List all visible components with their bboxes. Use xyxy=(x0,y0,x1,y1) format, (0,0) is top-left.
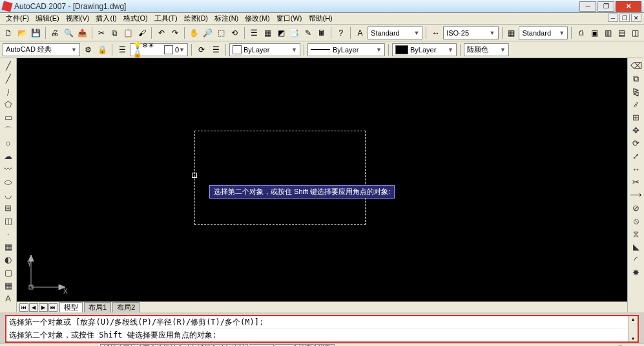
array-icon[interactable]: ⊞ xyxy=(630,111,643,124)
extend-icon[interactable]: ⟶ xyxy=(630,189,643,201)
tab-layout1[interactable]: 布局1 xyxy=(84,302,111,312)
match-button[interactable]: 🖌 xyxy=(136,27,148,39)
color-combo[interactable]: ByLayer▼ xyxy=(229,43,300,56)
tab-first-button[interactable]: ⏮ xyxy=(19,303,28,312)
ssm-button[interactable]: 📑 xyxy=(289,27,301,39)
drawing-canvas[interactable]: 选择第二个对象，或按住 Shift 键选择要应用角点的对象: Y X xyxy=(17,58,627,301)
mirror-icon[interactable]: ⧎ xyxy=(630,85,643,98)
tab-next-button[interactable]: ▶ xyxy=(39,303,48,312)
arc-icon[interactable]: ⌒ xyxy=(2,124,15,136)
copy-obj-icon[interactable]: ⧉ xyxy=(630,72,643,85)
layer-prev-button[interactable]: ⟳ xyxy=(195,43,208,56)
make-block-icon[interactable]: ◫ xyxy=(2,215,15,227)
table-icon[interactable]: ▦ xyxy=(2,279,15,292)
spline-icon[interactable]: 〰 xyxy=(2,163,15,175)
command-window[interactable]: 选择第一个对象或 [放弃(U)/多段线(P)/半径(R)/修剪(T)/多个(M)… xyxy=(5,315,639,343)
layer-states-button[interactable]: ☰ xyxy=(209,43,222,56)
move-icon[interactable]: ✥ xyxy=(630,124,643,136)
ws-settings-button[interactable]: ⚙ xyxy=(81,43,94,56)
menu-modify[interactable]: 修改(M) xyxy=(242,14,273,23)
cut-button[interactable]: ✂ xyxy=(96,27,108,39)
tab-model[interactable]: 模型 xyxy=(59,302,83,312)
scale-icon[interactable]: ⤢ xyxy=(630,150,643,162)
tray-menu-icon[interactable]: ▾ xyxy=(628,343,641,346)
tb-b5[interactable]: ◫ xyxy=(629,27,641,39)
copy-button[interactable]: ⧉ xyxy=(109,27,121,39)
rect-icon[interactable]: ▭ xyxy=(2,111,15,124)
child-close-button[interactable]: ✕ xyxy=(631,14,641,22)
child-minimize-button[interactable]: ─ xyxy=(608,14,618,22)
break-pt-icon[interactable]: ⊘ xyxy=(630,202,643,214)
new-button[interactable]: 🗋 xyxy=(3,27,15,39)
break-icon[interactable]: ⦸ xyxy=(630,215,643,227)
polygon-icon[interactable]: ⬠ xyxy=(2,98,15,111)
chamfer-icon[interactable]: ◣ xyxy=(630,241,643,253)
fillet-icon[interactable]: ◜ xyxy=(630,254,643,266)
line-icon[interactable]: ╱ xyxy=(2,59,15,72)
preview-button[interactable]: 🔍 xyxy=(63,27,75,39)
tab-prev-button[interactable]: ◀ xyxy=(29,303,38,312)
lineweight-combo[interactable]: ByLayer▼ xyxy=(392,43,457,56)
tray-lock-icon[interactable]: 🔒 xyxy=(614,343,627,346)
maximize-button[interactable]: ❐ xyxy=(597,1,614,12)
undo-button[interactable]: ↶ xyxy=(155,27,167,39)
help-button[interactable]: ? xyxy=(335,27,347,39)
workspace-combo[interactable]: AutoCAD 经典▼ xyxy=(3,43,80,56)
tb-b1[interactable]: ⎙ xyxy=(575,27,587,39)
tb-b2[interactable]: ▣ xyxy=(588,27,601,39)
minimize-button[interactable]: ─ xyxy=(579,1,596,12)
menu-window[interactable]: 窗口(W) xyxy=(273,14,306,23)
menu-edit[interactable]: 编辑(E) xyxy=(32,14,63,23)
region-icon[interactable]: ▢ xyxy=(2,266,15,279)
xline-icon[interactable]: ╱ xyxy=(2,72,15,85)
tb-b3[interactable]: ▥ xyxy=(602,27,614,39)
tab-layout2[interactable]: 布局2 xyxy=(112,302,140,312)
menu-file[interactable]: 文件(F) xyxy=(3,14,32,23)
tb-b4[interactable]: ▤ xyxy=(616,27,628,39)
menu-format[interactable]: 格式(O) xyxy=(120,14,151,23)
offset-icon[interactable]: ⫽ xyxy=(630,98,643,111)
dim-style-button[interactable]: ↔ xyxy=(430,27,442,39)
erase-icon[interactable]: ⌫ xyxy=(630,59,643,72)
stretch-icon[interactable]: ↔ xyxy=(630,163,643,175)
ellipse-icon[interactable]: ⬭ xyxy=(2,176,15,188)
properties-button[interactable]: ☰ xyxy=(248,27,260,39)
layer-combo[interactable]: 💡❄☀🔒0▼ xyxy=(130,43,188,56)
menu-insert[interactable]: 插入(I) xyxy=(92,14,119,23)
circle-icon[interactable]: ○ xyxy=(2,137,15,149)
table-style-button[interactable]: ▦ xyxy=(505,27,517,39)
layer-mgr-button[interactable]: ☰ xyxy=(116,43,129,56)
tp-button[interactable]: ◩ xyxy=(275,27,287,39)
plotstyle-combo[interactable]: 随颜色▼ xyxy=(464,43,509,56)
table-style-combo[interactable]: Standard▼ xyxy=(519,27,568,39)
pline-icon[interactable]: Ⳇ xyxy=(2,85,15,98)
linetype-combo[interactable]: ByLayer▼ xyxy=(307,43,385,56)
tab-last-button[interactable]: ⏭ xyxy=(48,303,57,312)
explode-icon[interactable]: ✸ xyxy=(630,266,643,279)
insert-block-icon[interactable]: ⊞ xyxy=(2,202,15,214)
zoom-rt-button[interactable]: 🔎 xyxy=(202,27,214,39)
gradient-icon[interactable]: ◐ xyxy=(2,254,15,266)
open-button[interactable]: 📂 xyxy=(16,27,28,39)
pan-button[interactable]: ✋ xyxy=(188,27,200,39)
menu-help[interactable]: 帮助(H) xyxy=(306,14,336,23)
text-style-combo[interactable]: Standard▼ xyxy=(368,27,422,39)
zoom-win-button[interactable]: ⬚ xyxy=(215,27,227,39)
command-scrollbar[interactable]: ▴▾ xyxy=(628,316,638,341)
menu-dimension[interactable]: 标注(N) xyxy=(211,14,242,23)
mtext-icon[interactable]: A xyxy=(2,292,15,305)
hatch-icon[interactable]: ▦ xyxy=(2,241,15,253)
rotate-icon[interactable]: ⟳ xyxy=(630,137,643,149)
zoom-prev-button[interactable]: ⟲ xyxy=(229,27,241,39)
text-style-button[interactable]: A xyxy=(354,27,366,39)
dc-button[interactable]: ▦ xyxy=(262,27,274,39)
publish-button[interactable]: 📤 xyxy=(76,27,88,39)
close-button[interactable]: ✕ xyxy=(616,1,641,12)
menu-view[interactable]: 视图(V) xyxy=(63,14,93,23)
revcloud-icon[interactable]: ☁ xyxy=(2,150,15,162)
dim-style-combo[interactable]: ISO-25▼ xyxy=(443,27,498,39)
markup-button[interactable]: ✎ xyxy=(302,27,314,39)
save-button[interactable]: 💾 xyxy=(30,27,42,39)
ellipse-arc-icon[interactable]: ◡ xyxy=(2,189,15,201)
redo-button[interactable]: ↷ xyxy=(169,27,181,39)
